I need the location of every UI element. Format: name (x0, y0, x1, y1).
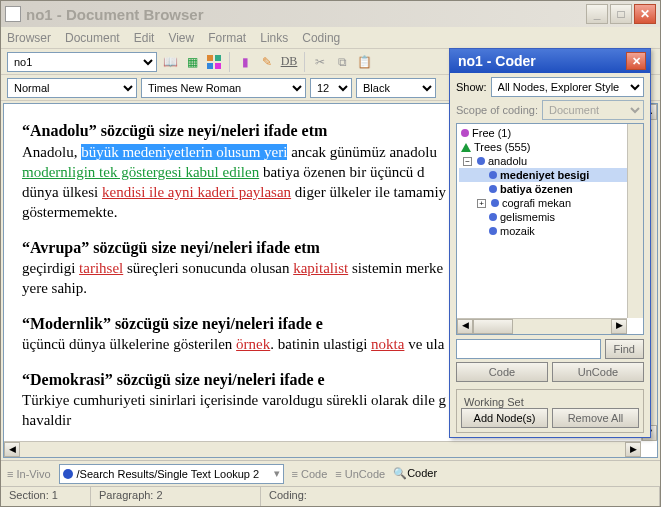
app-icon (5, 6, 21, 22)
coded-red-3[interactable]: kapitalist (293, 260, 348, 276)
coded-red-1[interactable]: kendisi ile ayni kaderi paylasan (102, 184, 291, 200)
working-set-label: Working Set (461, 396, 527, 408)
node-icon (489, 213, 497, 221)
node-icon (491, 199, 499, 207)
size-selector[interactable]: 12 (310, 78, 352, 98)
brush-icon[interactable]: ✎ (258, 53, 276, 71)
node-icon (489, 185, 497, 193)
close-button[interactable]: ✕ (634, 4, 656, 24)
bottom-toolbar: ≡ In-Vivo /Search Results/Single Text Lo… (1, 460, 660, 486)
uncode-button[interactable]: UnCode (552, 362, 644, 382)
node-icon (489, 171, 497, 179)
show-label: Show: (456, 81, 487, 93)
menu-browser[interactable]: Browser (7, 31, 51, 45)
book-icon[interactable]: 📖 (161, 53, 179, 71)
search-results-combo[interactable]: /Search Results/Single Text Lookup 2 ▾ (59, 464, 284, 484)
horizontal-scrollbar[interactable]: ◀ ▶ (4, 441, 641, 457)
tree-hscroll[interactable]: ◀ ▶ (457, 318, 627, 334)
tree-root[interactable]: −anadolu (459, 154, 641, 168)
coder-title-text: no1 - Coder (454, 53, 626, 69)
tree-child-4[interactable]: mozaik (459, 224, 641, 238)
menu-coding[interactable]: Coding (302, 31, 340, 45)
collapse-icon[interactable]: − (463, 157, 472, 166)
scroll-left-icon[interactable]: ◀ (4, 442, 20, 457)
cut-icon[interactable]: ✂ (311, 53, 329, 71)
status-paragraph: Paragraph: 2 (91, 487, 261, 506)
expand-icon[interactable]: + (477, 199, 486, 208)
tree-vscroll[interactable] (627, 124, 643, 318)
window-title: no1 - Document Browser (26, 6, 586, 23)
scroll-thumb[interactable] (473, 319, 513, 334)
coded-red-2[interactable]: tarihsel (79, 260, 123, 276)
scope-selector: Document (542, 100, 644, 120)
free-icon (461, 129, 469, 137)
copy-icon[interactable]: ⧉ (333, 53, 351, 71)
coder-window: no1 - Coder ✕ Show: All Nodes, Explorer … (449, 48, 651, 438)
svg-rect-1 (215, 55, 221, 61)
titlebar: no1 - Document Browser _ □ ✕ (1, 1, 660, 27)
menu-links[interactable]: Links (260, 31, 288, 45)
grid-icon[interactable]: ▦ (183, 53, 201, 71)
show-selector[interactable]: All Nodes, Explorer Style (491, 77, 644, 97)
find-input[interactable] (456, 339, 601, 359)
menu-edit[interactable]: Edit (134, 31, 155, 45)
coded-green-1[interactable]: modernligin tek göstergesi kabul edilen (22, 164, 259, 180)
bottom-coder-button[interactable]: 🔍Coder (393, 467, 437, 480)
tree-child-1[interactable]: batiya özenen (459, 182, 641, 196)
trees-icon (461, 143, 471, 152)
find-button[interactable]: Find (605, 339, 644, 359)
colorgrid-icon[interactable] (205, 53, 223, 71)
svg-rect-3 (215, 63, 221, 69)
doc-icon[interactable]: ▮ (236, 53, 254, 71)
tree-child-0[interactable]: medeniyet besigi (459, 168, 641, 182)
coder-titlebar[interactable]: no1 - Coder ✕ (450, 49, 650, 73)
invivo-button[interactable]: ≡ In-Vivo (7, 468, 51, 480)
paste-icon[interactable]: 📋 (355, 53, 373, 71)
menubar: Browser Document Edit View Format Links … (1, 27, 660, 49)
working-set-group: Working Set Add Node(s) Remove All (456, 389, 644, 433)
add-nodes-button[interactable]: Add Node(s) (461, 408, 548, 428)
bottom-uncode-button[interactable]: ≡ UnCode (335, 468, 385, 480)
style-selector[interactable]: Normal (7, 78, 137, 98)
tree-child-3[interactable]: gelismemis (459, 210, 641, 224)
menu-view[interactable]: View (168, 31, 194, 45)
tree-free[interactable]: Free (1) (459, 126, 641, 140)
db-icon[interactable]: DB (280, 53, 298, 71)
minimize-button[interactable]: _ (586, 4, 608, 24)
coded-red-5[interactable]: nokta (371, 336, 404, 352)
svg-rect-0 (207, 55, 213, 61)
tree-child-2[interactable]: +cografi mekan (459, 196, 641, 210)
document-selector[interactable]: no1 (7, 52, 157, 72)
maximize-button[interactable]: □ (610, 4, 632, 24)
scroll-right-icon[interactable]: ▶ (625, 442, 641, 457)
svg-rect-2 (207, 63, 213, 69)
menu-document[interactable]: Document (65, 31, 120, 45)
text-selection: büyük medeniyetlerin olusum yeri (81, 144, 287, 160)
status-coding: Coding: (261, 487, 660, 506)
statusbar: Section: 1 Paragraph: 2 Coding: (1, 486, 660, 506)
scope-label: Scope of coding: (456, 104, 538, 116)
font-selector[interactable]: Times New Roman (141, 78, 306, 98)
coded-red-4[interactable]: örnek (236, 336, 270, 352)
node-icon (477, 157, 485, 165)
menu-format[interactable]: Format (208, 31, 246, 45)
color-selector[interactable]: Black (356, 78, 436, 98)
remove-all-button[interactable]: Remove All (552, 408, 639, 428)
node-icon (489, 227, 497, 235)
tree-trees[interactable]: Trees (555) (459, 140, 641, 154)
coder-close-button[interactable]: ✕ (626, 52, 646, 70)
node-tree[interactable]: Free (1) Trees (555) −anadolu medeniyet … (456, 123, 644, 335)
code-button[interactable]: Code (456, 362, 548, 382)
scroll-right-icon[interactable]: ▶ (611, 319, 627, 334)
bottom-code-button[interactable]: ≡ Code (292, 468, 328, 480)
status-section: Section: 1 (1, 487, 91, 506)
scroll-left-icon[interactable]: ◀ (457, 319, 473, 334)
